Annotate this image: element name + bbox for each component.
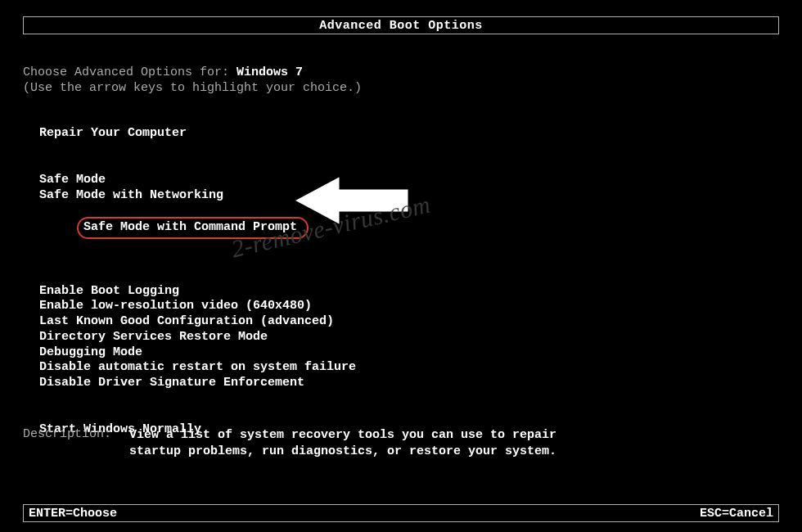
menu-item-safemode-cmd[interactable]: Safe Mode with Command Prompt: [39, 203, 779, 252]
menu-item-dsrm[interactable]: Directory Services Restore Mode: [39, 330, 779, 345]
menu-item-no-autorestart[interactable]: Disable automatic restart on system fail…: [39, 360, 779, 376]
menu-item-bootlog[interactable]: Enable Boot Logging: [39, 284, 779, 300]
content-area: Choose Advanced Options for: Windows 7 (…: [23, 65, 779, 438]
hint-line: (Use the arrow keys to highlight your ch…: [23, 81, 779, 95]
description-label: Description:: [23, 427, 129, 459]
description-block: Description: View a list of system recov…: [23, 427, 779, 459]
footer-esc: ESC=Cancel: [700, 507, 773, 521]
menu-item-safemode[interactable]: Safe Mode: [39, 173, 779, 188]
description-text: View a list of system recovery tools you…: [129, 427, 588, 459]
boot-menu[interactable]: Repair Your Computer Safe Mode Safe Mode…: [39, 126, 779, 438]
footer-enter: ENTER=Choose: [29, 507, 117, 521]
footer-bar: ENTER=Choose ESC=Cancel: [23, 504, 779, 522]
page-title: Advanced Boot Options: [319, 19, 483, 33]
menu-item-debug[interactable]: Debugging Mode: [39, 345, 779, 361]
menu-item-lowres[interactable]: Enable low-resolution video (640x480): [39, 299, 779, 314]
prompt-prefix: Choose Advanced Options for:: [23, 65, 237, 79]
highlight-ring: Safe Mode with Command Prompt: [77, 217, 309, 239]
title-bar: Advanced Boot Options: [23, 16, 779, 34]
menu-item-no-sig-enforce[interactable]: Disable Driver Signature Enforcement: [39, 376, 779, 391]
menu-item-repair[interactable]: Repair Your Computer: [39, 126, 779, 142]
prompt-line: Choose Advanced Options for: Windows 7: [23, 65, 779, 79]
prompt-os: Windows 7: [237, 65, 303, 79]
menu-item-safemode-net[interactable]: Safe Mode with Networking: [39, 188, 779, 204]
menu-item-lkgc[interactable]: Last Known Good Configuration (advanced): [39, 314, 779, 330]
